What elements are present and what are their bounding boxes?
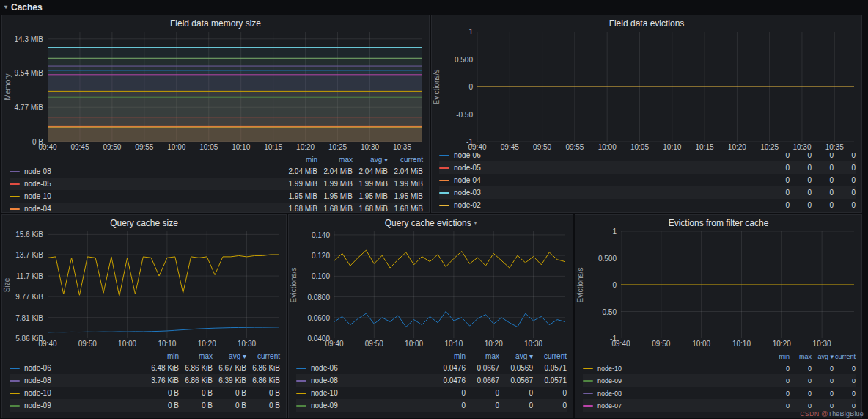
series-color-icon[interactable] [10, 183, 20, 185]
chart-plot[interactable] [48, 32, 422, 142]
legend-row: node-100000 [296, 387, 567, 399]
legend-header-avg[interactable]: avg ▾ [812, 353, 834, 360]
chart-plot[interactable] [477, 32, 854, 142]
series-color-icon[interactable] [10, 208, 20, 210]
y-tick-label: 14.3 MiB [15, 34, 43, 43]
legend-value: 6.86 KiB [179, 376, 213, 385]
x-tick-label: 09:40 [38, 143, 56, 151]
legend-header-min[interactable]: min [768, 353, 790, 360]
series-name-link[interactable]: node-05 [454, 164, 768, 172]
legend-header-max[interactable]: max [466, 352, 499, 360]
series-name-link[interactable]: node-09 [311, 401, 432, 409]
legend-value: 0 [790, 176, 812, 184]
legend-header-row: minmaxavg ▾current [296, 351, 567, 362]
y-tick-label: 0.500 [598, 254, 617, 262]
panel-title[interactable]: Field data evictions [432, 15, 861, 32]
y-tick-label: 0.120 [312, 252, 330, 260]
series-name-link[interactable]: node-03 [454, 189, 768, 197]
legend-header-row: minmaxavg ▾current [583, 351, 856, 362]
panel-title[interactable]: Evictions from filter cache [575, 215, 861, 231]
legend-header-min[interactable]: min [432, 352, 466, 360]
legend-header-avg[interactable]: avg ▾ [353, 156, 388, 164]
legend-header-current[interactable]: current [246, 352, 280, 360]
chart-plot[interactable] [334, 231, 565, 338]
chart-zone: Evictions/s 0.1400.1200.1000.08000.06000… [289, 231, 573, 338]
panel-title-text: Field data memory size [170, 18, 261, 29]
series-color-icon[interactable] [583, 380, 593, 382]
series-name-link[interactable]: node-09 [24, 401, 145, 409]
legend-value: 0 [812, 164, 834, 172]
panel-title[interactable]: Field data memory size [2, 15, 429, 32]
series-name-link[interactable]: node-10 [24, 389, 145, 397]
series-fill-series-yellow [48, 128, 422, 142]
series-color-icon[interactable] [10, 171, 20, 172]
series-color-icon[interactable] [296, 380, 306, 382]
legend-header-current[interactable]: current [834, 353, 856, 360]
chart-plot[interactable] [621, 231, 854, 338]
legend-header-current[interactable]: current [533, 352, 567, 360]
legend-value: 1.95 MiB [353, 192, 388, 200]
series-name-link[interactable]: node-10 [597, 365, 768, 372]
series-color-icon[interactable] [10, 368, 20, 369]
x-tick-label: 10:00 [167, 143, 185, 151]
series-color-icon[interactable] [10, 393, 20, 394]
series-color-icon[interactable] [296, 405, 306, 407]
series-color-icon[interactable] [439, 180, 449, 181]
panel-title[interactable]: Query cache size [2, 215, 286, 231]
legend-header-current[interactable]: current [388, 156, 423, 164]
series-name-link[interactable]: node-08 [597, 390, 768, 397]
series-color-icon[interactable] [10, 405, 20, 407]
legend-value: 0.0667 [466, 376, 499, 385]
x-tick-label: 10:20 [296, 143, 315, 151]
series-color-icon[interactable] [296, 393, 306, 394]
series-name-link[interactable]: node-07 [597, 402, 768, 409]
series-color-icon[interactable] [10, 380, 20, 382]
legend-header-max[interactable]: max [179, 352, 213, 360]
series-name-link[interactable]: node-08 [24, 167, 282, 175]
series-color-icon[interactable] [10, 196, 20, 197]
legend-value: 0 B [179, 401, 213, 409]
legend-value: 0.0571 [533, 376, 567, 385]
series-name-link[interactable]: node-06 [311, 364, 432, 372]
series-color-icon[interactable] [296, 368, 306, 369]
series-name-link[interactable]: node-06 [24, 364, 145, 372]
legend-value: 0 B [246, 401, 280, 409]
series-color-icon[interactable] [583, 405, 593, 407]
series-name-link[interactable]: node-06 [454, 153, 768, 159]
legend-row: node-020000 [439, 199, 856, 211]
series-color-icon[interactable] [439, 205, 449, 206]
legend-header-min[interactable]: min [282, 156, 317, 164]
series-name-link[interactable]: node-04 [24, 205, 282, 212]
legend-value: 0 [812, 365, 834, 372]
series-color-icon[interactable] [583, 368, 593, 369]
series-name-link[interactable]: node-04 [454, 176, 768, 184]
chart-zone: Memory 14.3 MiB9.54 MiB4.77 MiB0 B [2, 32, 429, 142]
y-tick-label: 1 [612, 227, 617, 236]
legend-value: 0 [533, 389, 567, 397]
series-name-link[interactable]: node-08 [311, 376, 432, 385]
panel-title[interactable]: Query cache evictions ▾ [289, 215, 573, 231]
panel-title-text: Query cache evictions [385, 218, 471, 228]
series-name-link[interactable]: node-10 [24, 192, 282, 200]
legend-header-min[interactable]: min [145, 352, 179, 360]
y-axis-label: Evictions/s [432, 32, 442, 142]
series-color-icon[interactable] [439, 155, 449, 156]
series-name-link[interactable]: node-02 [454, 201, 768, 209]
legend-header-max[interactable]: max [790, 353, 812, 360]
series-name-link[interactable]: node-08 [24, 376, 145, 385]
legend-header-avg[interactable]: avg ▾ [213, 352, 246, 360]
chart-plot[interactable] [48, 231, 279, 338]
series-name-link[interactable]: node-10 [311, 389, 432, 397]
series-color-icon[interactable] [439, 192, 449, 194]
series-name-link[interactable]: node-05 [24, 180, 282, 188]
y-tick-label: 4.77 MiB [15, 103, 43, 112]
legend-header-max[interactable]: max [317, 156, 353, 164]
series-name-link[interactable]: node-09 [597, 377, 768, 385]
y-tick-label: 0 [612, 281, 617, 289]
legend-header-avg[interactable]: avg ▾ [499, 352, 533, 360]
series-color-icon[interactable] [439, 167, 449, 169]
x-tick-label: 09:40 [325, 340, 343, 348]
panel-menu-caret-icon[interactable]: ▾ [474, 220, 477, 226]
section-toggle-caches[interactable]: ▾ Caches [4, 1, 43, 13]
series-color-icon[interactable] [583, 393, 593, 394]
